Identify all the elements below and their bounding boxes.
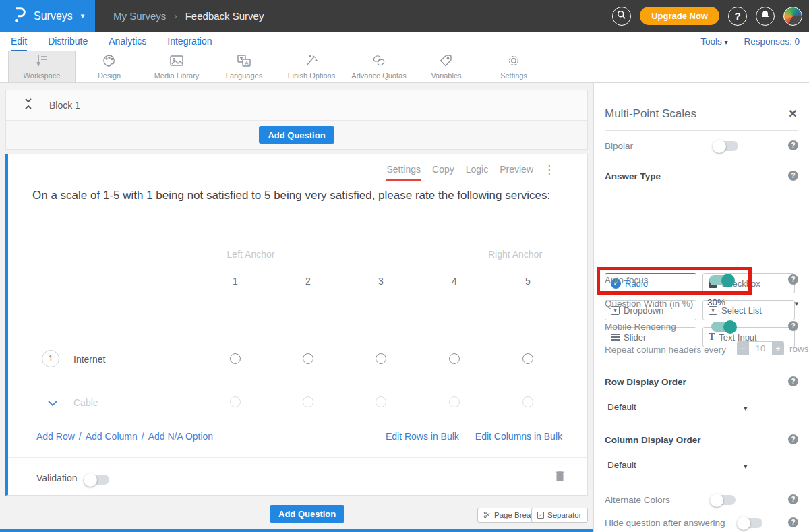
- column-display-help-icon[interactable]: ?: [788, 434, 798, 444]
- add-question-button-top[interactable]: Add Question: [259, 126, 334, 144]
- column-header[interactable]: 2: [295, 276, 322, 287]
- next-block-edge: [0, 529, 593, 532]
- questionpro-logo-icon: [12, 7, 27, 26]
- question-settings-panel: Multi-Point Scales × Bipolar ? Answer Ty…: [593, 83, 809, 532]
- auto-focus-help-icon[interactable]: ?: [788, 274, 798, 285]
- toolbar-item-finish-options[interactable]: Finish Options: [278, 51, 345, 82]
- row-chevron-down-icon[interactable]: [47, 397, 58, 409]
- toolbar-item-label: Languages: [226, 71, 262, 80]
- radio-option[interactable]: [522, 353, 533, 364]
- search-button[interactable]: [612, 7, 631, 26]
- question-kebab-menu-icon[interactable]: ⋮: [543, 162, 555, 177]
- radio-option[interactable]: [376, 353, 386, 364]
- auto-focus-toggle[interactable]: [709, 275, 733, 285]
- column-display-order-select[interactable]: Default ▾: [605, 460, 798, 473]
- delete-question-trash-icon[interactable]: [555, 470, 565, 485]
- toolbar-item-workspace[interactable]: Workspace: [8, 51, 76, 82]
- bipolar-help-icon[interactable]: ?: [788, 140, 798, 150]
- add-column-link[interactable]: Add Column: [86, 431, 138, 442]
- question-tab-preview[interactable]: Preview: [500, 164, 533, 181]
- svg-text:A: A: [245, 60, 249, 66]
- radio-option-faded[interactable]: [303, 396, 313, 407]
- repeat-headers-stepper: − +: [737, 341, 784, 355]
- row-label-internet[interactable]: Internet: [73, 354, 105, 365]
- stepper-value-input[interactable]: [749, 341, 772, 355]
- radio-option[interactable]: [449, 353, 460, 364]
- toolbar-item-languages[interactable]: A Languages: [210, 51, 278, 82]
- breadcrumb-parent[interactable]: My Surveys: [113, 10, 166, 22]
- hide-question-help-icon[interactable]: ?: [788, 517, 798, 527]
- alternate-colors-toggle[interactable]: [711, 495, 736, 505]
- upgrade-now-button[interactable]: Upgrade Now: [640, 7, 719, 25]
- tab-distribute[interactable]: Distribute: [48, 32, 88, 51]
- radio-option-faded[interactable]: [522, 396, 533, 407]
- left-anchor-field[interactable]: Left Anchor: [204, 249, 298, 260]
- row-display-help-icon[interactable]: ?: [788, 376, 798, 386]
- question-tab-settings[interactable]: Settings: [386, 164, 421, 181]
- stepper-plus-button[interactable]: +: [772, 341, 784, 355]
- radio-option-faded[interactable]: [449, 396, 460, 407]
- section-nav: Edit Distribute Analytics Integration To…: [0, 32, 809, 51]
- tab-integration[interactable]: Integration: [167, 32, 212, 51]
- column-header[interactable]: 5: [514, 276, 541, 287]
- question-text[interactable]: On a scale of 1-5 with 1 being not satis…: [32, 187, 558, 204]
- bipolar-toggle[interactable]: [714, 141, 738, 151]
- question-tab-logic[interactable]: Logic: [466, 164, 488, 181]
- column-display-order-row: Column Display Order ?: [605, 434, 798, 447]
- column-header[interactable]: 1: [222, 276, 249, 287]
- hide-question-toggle[interactable]: [738, 518, 762, 528]
- close-panel-icon[interactable]: ×: [789, 106, 797, 120]
- alternate-colors-help-icon[interactable]: ?: [788, 494, 798, 504]
- radio-option-faded[interactable]: [230, 396, 241, 407]
- edit-columns-in-bulk-link[interactable]: Edit Columns in Bulk: [475, 431, 562, 442]
- help-button[interactable]: ?: [728, 7, 747, 26]
- column-header[interactable]: 3: [367, 276, 394, 287]
- separator-checkbox-icon: ✓: [537, 512, 544, 519]
- collapse-block-icon[interactable]: [24, 98, 33, 112]
- question-width-caret-icon[interactable]: ▾: [794, 299, 798, 308]
- block-container: Block 1 Add Question: [5, 90, 588, 150]
- tools-menu[interactable]: Tools ▾: [700, 36, 727, 47]
- edit-rows-in-bulk-link[interactable]: Edit Rows in Bulk: [386, 431, 459, 442]
- row-label-cable[interactable]: Cable: [73, 397, 98, 408]
- notifications-button[interactable]: [756, 7, 775, 26]
- add-question-button-bottom[interactable]: Add Question: [270, 505, 344, 523]
- answer-type-help-icon[interactable]: ?: [788, 171, 798, 181]
- tab-edit[interactable]: Edit: [11, 32, 27, 51]
- toolbar-item-variables[interactable]: Variables: [413, 51, 480, 82]
- radio-option[interactable]: [230, 353, 241, 364]
- mobile-rendering-toggle[interactable]: [711, 322, 736, 332]
- add-na-option-link[interactable]: Add N/A Option: [148, 431, 214, 442]
- radio-option-faded[interactable]: [376, 396, 386, 407]
- answer-type-row: Answer Type ?: [605, 170, 798, 183]
- add-row-link[interactable]: Add Row: [36, 431, 75, 442]
- auto-focus-row: Auto-focus ?: [605, 274, 798, 287]
- toolbar-item-advance-quotas[interactable]: Advance Quotas: [345, 51, 413, 82]
- surveys-caret-icon: ▾: [81, 11, 85, 20]
- row-display-order-label: Row Display Order: [605, 377, 686, 387]
- repeat-headers-label: Repeat column headers every: [605, 345, 726, 355]
- toolbar-item-media-library[interactable]: Media Library: [143, 51, 210, 82]
- separator-button[interactable]: ✓ Separator: [531, 508, 588, 523]
- palette-icon: [102, 54, 117, 70]
- question-width-value[interactable]: 30%: [707, 297, 725, 307]
- block-title[interactable]: Block 1: [49, 100, 80, 111]
- tab-analytics[interactable]: Analytics: [109, 32, 146, 51]
- stepper-minus-button[interactable]: −: [737, 341, 749, 355]
- validation-toggle[interactable]: [85, 475, 109, 485]
- row-display-order-select[interactable]: Default ▾: [605, 402, 798, 415]
- mobile-rendering-row: Mobile Rendering ?: [605, 320, 798, 334]
- toolbar-item-label: Design: [98, 71, 121, 80]
- question-tab-copy[interactable]: Copy: [432, 164, 454, 181]
- radio-option[interactable]: [303, 353, 313, 364]
- mobile-rendering-help-icon[interactable]: ?: [788, 321, 798, 331]
- link-separator: /: [142, 431, 144, 442]
- toolbar-item-settings[interactable]: Settings: [480, 51, 547, 82]
- surveys-menu[interactable]: Surveys ▾: [0, 0, 95, 32]
- toolbar-item-design[interactable]: Design: [76, 51, 143, 82]
- toolbar-item-label: Settings: [500, 71, 527, 80]
- right-anchor-field[interactable]: Right Anchor: [468, 249, 562, 260]
- column-header[interactable]: 4: [441, 276, 468, 287]
- separator-label: Separator: [547, 511, 582, 519]
- user-avatar[interactable]: [783, 7, 802, 26]
